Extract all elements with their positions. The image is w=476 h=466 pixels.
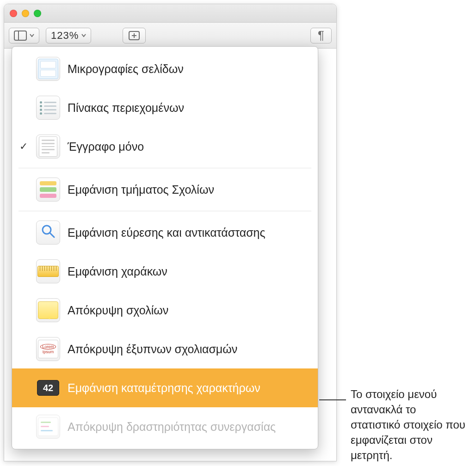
pilcrow-icon: ¶	[318, 28, 324, 43]
callout-line	[319, 399, 346, 400]
insert-button[interactable]	[123, 28, 146, 43]
sticky-note-icon	[36, 298, 60, 322]
menu-item-find-replace[interactable]: Εμφάνιση εύρεσης και αντικατάστασης	[12, 213, 318, 252]
ruler-icon	[36, 259, 60, 283]
document-icon	[36, 135, 60, 159]
menu-item-label: Εμφάνιση καταμέτρησης χαρακτήρων	[68, 381, 260, 395]
zoom-window-button[interactable]	[34, 10, 41, 17]
menu-item-hide-collaboration-activity: Απόκρυψη δραστηριότητας συνεργασίας	[12, 407, 318, 446]
menu-item-document-only[interactable]: ✓ Έγγραφο μόνο	[12, 127, 318, 166]
view-menu-button[interactable]	[9, 28, 39, 43]
view-menu: Μικρογραφίες σελίδων Πίνακας περιεχομένω…	[12, 46, 318, 449]
menu-item-label: Μικρογραφίες σελίδων	[68, 62, 184, 76]
menu-item-label: Εμφάνιση χαράκων	[68, 265, 167, 278]
menu-item-show-comments-pane[interactable]: Εμφάνιση τμήματος Σχολίων	[12, 170, 318, 209]
menu-item-show-rulers[interactable]: Εμφάνιση χαράκων	[12, 252, 318, 291]
svg-rect-0	[14, 31, 26, 40]
sidebar-icon	[14, 31, 27, 41]
thumbnails-icon	[36, 57, 60, 81]
word-count-icon: 42	[36, 376, 60, 400]
count-badge: 42	[37, 380, 59, 396]
menu-item-show-character-count[interactable]: 42 Εμφάνιση καταμέτρησης χαρακτήρων	[12, 368, 318, 407]
window-controls	[10, 10, 41, 17]
chevron-down-icon	[81, 34, 86, 37]
checkmark-icon: ✓	[19, 141, 29, 153]
menu-item-page-thumbnails[interactable]: Μικρογραφίες σελίδων	[12, 49, 318, 88]
menu-item-table-of-contents[interactable]: Πίνακας περιεχομένων	[12, 88, 318, 127]
show-invisibles-button[interactable]: ¶	[310, 28, 332, 43]
menu-item-label: Απόκρυψη δραστηριότητας συνεργασίας	[68, 420, 276, 434]
menu-item-label: Απόκρυψη έξυπνων σχολιασμών	[68, 343, 237, 356]
menu-item-label: Εμφάνιση τμήματος Σχολίων	[68, 183, 214, 196]
svg-line-6	[50, 233, 54, 237]
toc-icon	[36, 96, 60, 120]
search-icon	[36, 221, 60, 245]
menu-item-label: Έγγραφο μόνο	[68, 140, 144, 153]
zoom-value: 123%	[51, 30, 79, 42]
close-window-button[interactable]	[10, 10, 17, 17]
menu-item-hide-smart-annotations[interactable]: LoremIpsum Απόκρυψη έξυπνων σχολιασμών	[12, 330, 318, 368]
menu-item-label: Πίνακας περιεχομένων	[68, 101, 184, 115]
titlebar	[4, 4, 336, 23]
menu-separator	[19, 168, 311, 168]
menu-item-label: Απόκρυψη σχολίων	[68, 304, 168, 317]
chevron-down-icon	[30, 34, 34, 37]
menu-item-hide-comments[interactable]: Απόκρυψη σχολίων	[12, 291, 318, 330]
toolbar: 123% ¶	[4, 23, 336, 49]
menu-separator	[19, 211, 311, 211]
collaboration-activity-icon	[36, 415, 60, 439]
menu-item-label: Εμφάνιση εύρεσης και αντικατάστασης	[68, 226, 266, 239]
zoom-select[interactable]: 123%	[46, 28, 91, 43]
callout-text: Το στοιχείο μενού αντανακλά το στατιστικ…	[351, 386, 469, 463]
smart-annotations-icon: LoremIpsum	[36, 337, 60, 361]
comments-pane-icon	[36, 178, 60, 202]
add-page-icon	[128, 31, 140, 41]
minimize-window-button[interactable]	[22, 10, 29, 17]
